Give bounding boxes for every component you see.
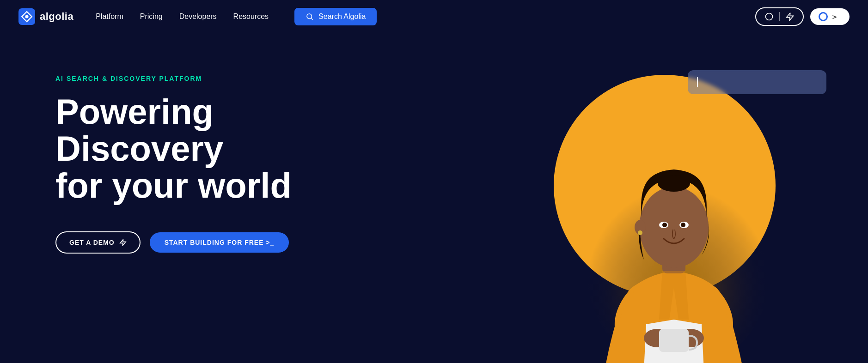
hero-person-illustration bbox=[544, 93, 803, 363]
hero-section: AI SEARCH & DISCOVERY PLATFORM Powering … bbox=[0, 33, 868, 363]
search-icon bbox=[306, 12, 314, 21]
hero-title-line2: Discovery bbox=[55, 129, 223, 168]
bolt-small-icon bbox=[119, 239, 127, 246]
nav-right: >_ bbox=[755, 7, 850, 26]
hero-buttons: GET A DEMO START BUILDING FOR FREE >_ bbox=[55, 231, 292, 254]
user-pill[interactable]: >_ bbox=[810, 8, 850, 25]
circle-icon bbox=[764, 12, 774, 21]
icon-pills[interactable] bbox=[755, 7, 804, 26]
nav-resources[interactable]: Resources bbox=[233, 12, 269, 21]
hero-visual bbox=[507, 47, 831, 363]
demo-button-label: GET A DEMO bbox=[69, 239, 115, 246]
hero-title: Powering Discovery for your world bbox=[55, 93, 292, 204]
search-algolia-button[interactable]: Search Algolia bbox=[294, 8, 377, 25]
hero-search-bar[interactable] bbox=[688, 70, 826, 94]
start-button-label: START BUILDING FOR FREE >_ bbox=[165, 239, 275, 246]
svg-point-1 bbox=[25, 15, 28, 18]
svg-point-3 bbox=[765, 13, 772, 20]
svg-point-8 bbox=[658, 175, 690, 192]
bolt-icon bbox=[785, 12, 795, 21]
terminal-icon: >_ bbox=[832, 12, 841, 21]
nav-developers[interactable]: Developers bbox=[179, 12, 217, 21]
svg-rect-17 bbox=[659, 329, 689, 352]
logo[interactable]: algolia bbox=[18, 8, 73, 25]
hero-title-line1: Powering bbox=[55, 92, 214, 131]
svg-point-10 bbox=[662, 223, 667, 227]
nav-links: Platform Pricing Developers Resources Se… bbox=[96, 8, 755, 25]
navbar: algolia Platform Pricing Developers Reso… bbox=[0, 0, 868, 33]
hero-eyebrow: AI SEARCH & DISCOVERY PLATFORM bbox=[55, 75, 292, 82]
hero-title-line3: for your world bbox=[55, 166, 292, 205]
search-button-label: Search Algolia bbox=[318, 12, 366, 21]
svg-point-12 bbox=[681, 223, 685, 227]
user-avatar-dot bbox=[819, 12, 828, 21]
get-demo-button[interactable]: GET A DEMO bbox=[55, 231, 141, 254]
pill-divider bbox=[779, 12, 780, 21]
nav-platform[interactable]: Platform bbox=[96, 12, 123, 21]
svg-point-7 bbox=[639, 187, 709, 268]
hero-content: AI SEARCH & DISCOVERY PLATFORM Powering … bbox=[55, 66, 292, 254]
start-building-button[interactable]: START BUILDING FOR FREE >_ bbox=[150, 232, 289, 253]
search-cursor bbox=[697, 77, 698, 87]
svg-point-2 bbox=[307, 14, 312, 19]
logo-text: algolia bbox=[40, 11, 73, 23]
nav-pricing[interactable]: Pricing bbox=[140, 12, 163, 21]
svg-point-14 bbox=[638, 230, 642, 235]
